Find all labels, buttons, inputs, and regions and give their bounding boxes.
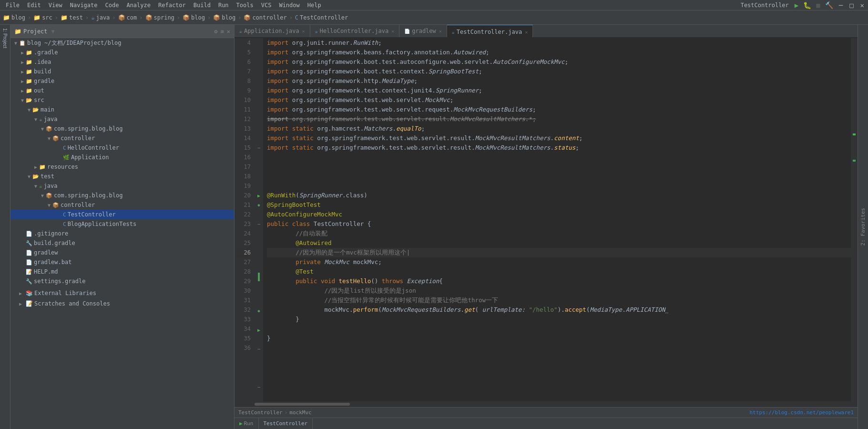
tree-item-build-gradle[interactable]: ▶ 🔧 build.gradle (10, 238, 234, 248)
tree-item-test-com-pkg[interactable]: ▼ 📦 com.spring.blog.blog (10, 191, 234, 200)
code-line-8: import org.springframework.http.MediaTyp… (267, 76, 851, 86)
menu-item-window[interactable]: Window (275, 1, 303, 10)
tab-hello-controller[interactable]: ☕ HelloController.java ✕ (310, 25, 400, 38)
class-icon: C (295, 14, 298, 21)
status-class: TestController (238, 409, 283, 416)
tree-item-src[interactable]: ▼ 📂 src (10, 95, 234, 105)
tab-gradlew[interactable]: 📄 gradlew ✕ (399, 25, 447, 38)
favorites-label[interactable]: 2: Favorites (860, 208, 866, 245)
tab-close-gradlew[interactable]: ✕ (439, 29, 442, 34)
menu-item-tools[interactable]: Tools (233, 1, 257, 10)
bc-java[interactable]: ☕ java (91, 14, 110, 21)
bottom-tab-run[interactable]: ▶ Run (235, 418, 259, 429)
code-line-4: import org.junit.runner.RunWith; (267, 38, 851, 48)
bc-src[interactable]: 📁 src (33, 14, 52, 21)
code-lines[interactable]: import org.junit.runner.RunWith; import … (263, 38, 851, 401)
external-libraries-item[interactable]: ▶ 📚 External Libraries (10, 288, 234, 298)
tree-item-test[interactable]: ▼ 📂 test (10, 172, 234, 181)
bottom-tab-test-controller[interactable]: TestController (259, 418, 313, 429)
tree-item-build[interactable]: ▶ 📁 build (10, 67, 234, 76)
tree-label: blog ~/文档/IDEAProject/blog (27, 39, 121, 47)
tab-application[interactable]: ☕ Application.java ✕ (235, 25, 310, 38)
bc-test[interactable]: 📁 test (61, 14, 83, 21)
tab-close-application[interactable]: ✕ (302, 29, 305, 34)
gear-icon[interactable]: ⚙ (214, 28, 217, 35)
tab-java-icon2: ☕ (315, 29, 318, 34)
settings-icon[interactable]: ≡ (221, 28, 224, 35)
horizontal-scrollbar[interactable] (235, 401, 858, 407)
menu-item-view[interactable]: View (45, 1, 66, 10)
tree-item-test-controller-pkg[interactable]: ▼ 📦 controller (10, 200, 234, 210)
tree-label-blog-app-tests: BlogApplicationTests (68, 221, 137, 227)
close-project-icon[interactable]: ✕ (227, 28, 230, 35)
scratches-and-consoles-item[interactable]: ▶ 📝 Scratches and Consoles (10, 298, 234, 309)
tree-label-main: main (41, 106, 54, 113)
code-line-34 (267, 324, 851, 334)
tree-item-blog-root[interactable]: ▼ 📋 blog ~/文档/IDEAProject/blog (10, 38, 234, 48)
tree-item-test-controller[interactable]: ▶ C TestController (10, 210, 234, 219)
minimize-icon[interactable]: ─ (837, 0, 845, 10)
tab-close-test[interactable]: ✕ (525, 30, 528, 35)
menu-item-refactor[interactable]: Refactor (154, 1, 190, 10)
menu-item-build[interactable]: Build (190, 1, 214, 10)
menu-item-run[interactable]: Run (214, 1, 233, 10)
menu-item-edit[interactable]: Edit (23, 1, 45, 10)
tree-item-blog-app-tests[interactable]: ▶ C BlogApplicationTests (10, 219, 234, 229)
tree-item-settings-gradle[interactable]: ▶ 🔧 settings.gradle (10, 276, 234, 286)
bc-spring[interactable]: 📦 spring (145, 14, 174, 21)
code-line-18 (267, 172, 851, 181)
tree-item-com-pkg[interactable]: ▼ 📦 com.spring.blog.blog (10, 124, 234, 133)
tree-item-application[interactable]: ▶ 🌿 Application (10, 153, 234, 162)
pkg-icon-controller: 📦 (244, 14, 251, 21)
tree-item-out[interactable]: ▶ 📁 out (10, 86, 234, 95)
menu-item-vcs[interactable]: VCS (257, 1, 276, 10)
bc-blog3[interactable]: 📦 blog (213, 14, 235, 21)
gradle-file-icon: 🔧 (26, 240, 32, 246)
folder-icon: 📁 (26, 69, 32, 75)
maximize-icon[interactable]: □ (848, 0, 855, 10)
menu-item-code[interactable]: Code (102, 1, 123, 10)
tree-item-hello-controller[interactable]: ▶ C HelloController (10, 143, 234, 153)
close-icon[interactable]: ✕ (858, 0, 866, 10)
bc-blog2[interactable]: 📦 blog (183, 14, 205, 21)
status-url[interactable]: https://blog.csdn.net/peopleware1 (749, 409, 854, 416)
tree-item-idea[interactable]: ▶ 📁 .idea (10, 57, 234, 67)
bc-blog[interactable]: 📁 blog (3, 14, 25, 21)
menu-item-navigate[interactable]: Navigate (66, 1, 102, 10)
project-header-icons: ⚙ ≡ ✕ (214, 28, 230, 35)
stop-button[interactable]: ■ (815, 0, 821, 10)
tree-item-controller[interactable]: ▼ 📦 controller (10, 133, 234, 143)
settings-gradle-icon: 🔧 (26, 278, 32, 285)
tree-item-main[interactable]: ▼ 📂 main (10, 105, 234, 114)
tree-item-help-md[interactable]: ▶ 📝 HELP.md (10, 267, 234, 276)
bc-testcontroller[interactable]: C TestController (295, 14, 348, 21)
build-button[interactable]: 🔨 (824, 0, 834, 10)
debug-button[interactable]: 🐛 (802, 0, 812, 10)
code-content: 4 5 6 7 8 9 10 11 12 13 14 15 16 17 18 1… (235, 38, 858, 401)
code-editor[interactable]: 4 5 6 7 8 9 10 11 12 13 14 15 16 17 18 1… (235, 38, 858, 407)
scrollbar-thumb[interactable] (255, 403, 350, 406)
menu-item-analyze[interactable]: Analyze (123, 1, 154, 10)
menu-item-file[interactable]: File (2, 1, 23, 10)
tree-item-gitignore[interactable]: ▶ 📄 .gitignore (10, 229, 234, 238)
tree-item-gradle-folder[interactable]: ▶ 📁 gradle (10, 76, 234, 86)
tab-bar: ☕ Application.java ✕ ☕ HelloController.j… (235, 25, 858, 38)
tree-item-gradle[interactable]: ▶ 📁 .gradle (10, 48, 234, 57)
tree-label-java: java (44, 116, 58, 123)
code-line-10: import org.springframework.test.web.serv… (267, 95, 851, 105)
tab-label4: TestController.java (457, 29, 522, 35)
tab-close-hello[interactable]: ✕ (391, 29, 394, 34)
tree-item-java[interactable]: ▼ ☕ java (10, 114, 234, 124)
tree-item-gradlew[interactable]: ▶ 📄 gradlew (10, 248, 234, 257)
bc-controller[interactable]: 📦 controller (244, 14, 286, 21)
tree-label-gitignore: .gitignore (34, 230, 68, 237)
tab-test-controller[interactable]: ☕ TestController.java ✕ (447, 25, 533, 38)
tree-item-test-java[interactable]: ▼ ☕ java (10, 181, 234, 191)
tree-label-help-md: HELP.md (34, 268, 58, 275)
project-tool-button[interactable]: 1: Project (1, 27, 9, 50)
bc-com[interactable]: 📦 com (118, 14, 137, 21)
tree-item-gradlew-bat[interactable]: ▶ 📄 gradlew.bat (10, 257, 234, 267)
run-button[interactable]: ▶ (794, 0, 799, 10)
tree-item-resources[interactable]: ▶ 📁 resources (10, 162, 234, 172)
menu-item-help[interactable]: Help (304, 1, 325, 10)
